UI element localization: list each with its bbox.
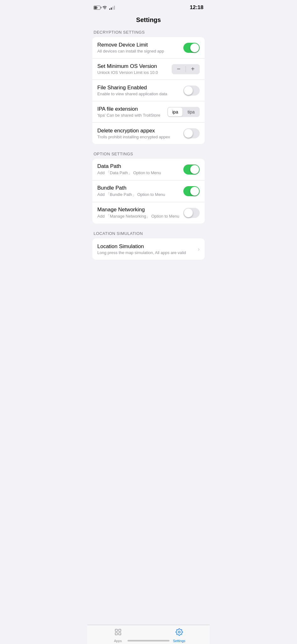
setting-title-bundle-path: Bundle Path [97, 185, 180, 191]
status-left: 5 [94, 5, 115, 10]
setting-text-data-path: Data Path Add 「Data Path」 Option to Menu [97, 163, 183, 176]
setting-row-delete-encryption: Delete encryption appex Trolls prohibit … [92, 123, 205, 144]
setting-subtitle-min-os: Unlock IOS Version Limit ios 10.0 [97, 70, 168, 75]
option-section-header: OPTION SETTINGS [87, 152, 210, 159]
setting-text-ipa-extension: IPA file extension 'tipa' Can be shared … [97, 106, 167, 118]
segment-ipa-button[interactable]: ipa [168, 108, 183, 116]
setting-text-delete-encryption: Delete encryption appex Trolls prohibit … [97, 128, 183, 139]
setting-text-bundle-path: Bundle Path Add 「Bundle Path」 Option to … [97, 185, 183, 197]
setting-title-manage-networking: Manage Networking [97, 207, 180, 213]
setting-subtitle-ipa-extension: 'tipa' Can be shared with TrollStore [97, 113, 164, 118]
setting-row-location-simulation[interactable]: Location Simulation Long press the map s… [92, 238, 205, 260]
toggle-file-sharing[interactable] [183, 86, 200, 96]
setting-row-data-path: Data Path Add 「Data Path」 Option to Menu [92, 159, 205, 180]
setting-title-location-simulation: Location Simulation [97, 243, 194, 250]
setting-subtitle-delete-encryption: Trolls prohibit installing encrypted app… [97, 135, 180, 139]
setting-text-file-sharing: File Sharing Enabled Enable to view shar… [97, 85, 183, 96]
location-section-header: LOCATION SIMULATION [87, 231, 210, 238]
toggle-bundle-path[interactable] [183, 186, 200, 196]
setting-title-min-os: Set Minimum OS Version [97, 63, 168, 69]
stepper-min-os: − + [172, 64, 200, 74]
setting-subtitle-bundle-path: Add 「Bundle Path」 Option to Menu [97, 192, 180, 197]
battery-icon: 5 [94, 6, 100, 10]
setting-text-location-simulation: Location Simulation Long press the map s… [97, 243, 198, 255]
setting-title-data-path: Data Path [97, 163, 180, 169]
setting-row-file-sharing: File Sharing Enabled Enable to view shar… [92, 80, 205, 101]
setting-subtitle-location-simulation: Long press the map simulation, All apps … [97, 250, 194, 255]
setting-text-remove-device-limit: Remove Device Limit All devices can inst… [97, 42, 183, 53]
setting-subtitle-remove-device-limit: All devices can install the signed app [97, 49, 180, 53]
toggle-delete-encryption[interactable] [183, 128, 200, 138]
page-title: Settings [87, 13, 210, 30]
decryption-section-header: DECRYPTION SETTINGS [87, 30, 210, 37]
toggle-remove-device-limit[interactable] [183, 43, 200, 53]
location-section: LOCATION SIMULATION Location Simulation … [87, 231, 210, 260]
setting-subtitle-manage-networking: Add 「Manage Networking」 Option to Menu [97, 214, 180, 219]
setting-row-manage-networking: Manage Networking Add 「Manage Networking… [92, 202, 205, 224]
segment-tipa-button[interactable]: tipa [183, 108, 199, 116]
location-card: Location Simulation Long press the map s… [92, 238, 205, 260]
setting-text-manage-networking: Manage Networking Add 「Manage Networking… [97, 207, 183, 219]
decryption-card: Remove Device Limit All devices can inst… [92, 37, 205, 144]
stepper-plus-button[interactable]: + [186, 64, 200, 74]
setting-row-bundle-path: Bundle Path Add 「Bundle Path」 Option to … [92, 180, 205, 202]
setting-row-ipa-extension: IPA file extension 'tipa' Can be shared … [92, 101, 205, 123]
option-card: Data Path Add 「Data Path」 Option to Menu… [92, 159, 205, 224]
setting-title-file-sharing: File Sharing Enabled [97, 85, 180, 91]
segment-ipa-extension: ipa tipa [167, 107, 200, 117]
setting-subtitle-data-path: Add 「Data Path」 Option to Menu [97, 170, 180, 176]
setting-text-min-os: Set Minimum OS Version Unlock IOS Versio… [97, 63, 172, 75]
setting-title-ipa-extension: IPA file extension [97, 106, 164, 112]
toggle-manage-networking[interactable] [183, 208, 200, 218]
signal-bars [109, 5, 115, 10]
setting-title-remove-device-limit: Remove Device Limit [97, 42, 180, 48]
battery-badge: 5 [96, 6, 98, 9]
setting-row-remove-device-limit: Remove Device Limit All devices can inst… [92, 37, 205, 58]
toggle-data-path[interactable] [183, 164, 200, 175]
setting-row-min-os: Set Minimum OS Version Unlock IOS Versio… [92, 58, 205, 80]
chevron-icon: › [198, 246, 200, 253]
wifi-icon [102, 5, 107, 10]
decryption-section: DECRYPTION SETTINGS Remove Device Limit … [87, 30, 210, 144]
status-bar: 5 12:18 [87, 0, 210, 13]
setting-subtitle-file-sharing: Enable to view shared application data [97, 92, 180, 96]
stepper-minus-button[interactable]: − [172, 64, 186, 74]
status-time: 12:18 [190, 4, 203, 11]
setting-title-delete-encryption: Delete encryption appex [97, 128, 180, 134]
option-section: OPTION SETTINGS Data Path Add 「Data Path… [87, 152, 210, 224]
